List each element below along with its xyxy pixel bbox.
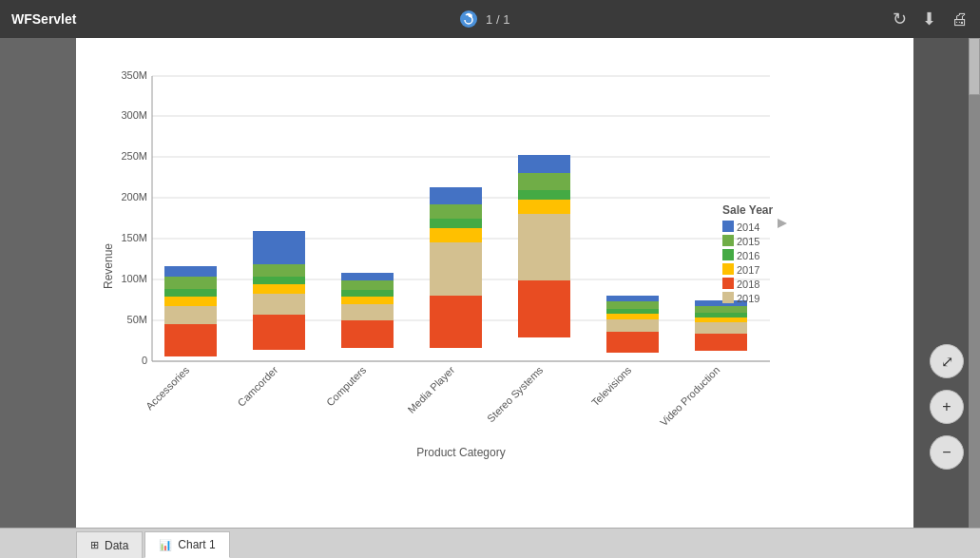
bar-computers-2016 bbox=[341, 290, 394, 297]
legend-title: Sale Year bbox=[722, 203, 773, 217]
bar-accessories-2018 bbox=[164, 324, 217, 356]
tabbar: ⊞ Data 📊 Chart 1 bbox=[0, 528, 980, 558]
topbar-center: 1 / 1 bbox=[459, 10, 509, 29]
legend-swatch-2017 bbox=[722, 263, 734, 275]
svg-text:350M: 350M bbox=[121, 69, 147, 81]
bar-accessories-2017 bbox=[164, 297, 217, 306]
svg-text:100M: 100M bbox=[121, 273, 147, 284]
tab-data[interactable]: ⊞ Data bbox=[76, 531, 143, 558]
legend-swatch-2018 bbox=[722, 278, 734, 289]
data-tab-label: Data bbox=[105, 539, 128, 552]
legend-label-2017: 2017 bbox=[737, 264, 759, 276]
bar-vidprod-2015 bbox=[695, 306, 747, 313]
svg-text:Computers: Computers bbox=[324, 364, 369, 409]
bar-stereo-2015 bbox=[518, 173, 570, 190]
svg-point-0 bbox=[460, 10, 477, 28]
bar-computers-2017 bbox=[341, 297, 394, 304]
data-tab-icon: ⊞ bbox=[90, 539, 99, 551]
bar-vidprod-2019 bbox=[695, 322, 747, 334]
bar-camcorder-2016 bbox=[253, 277, 305, 284]
legend-label-2016: 2016 bbox=[737, 250, 759, 261]
x-axis-label: Product Category bbox=[416, 446, 505, 459]
legend-label-2015: 2015 bbox=[737, 236, 759, 247]
svg-text:Video Production: Video Production bbox=[658, 364, 722, 429]
print-icon[interactable]: 🖨 bbox=[951, 10, 969, 29]
bar-mediaplayer-2016 bbox=[430, 219, 482, 228]
bar-computers-2019 bbox=[341, 304, 394, 320]
bar-accessories-2015 bbox=[164, 277, 217, 289]
legend-swatch-2016 bbox=[722, 249, 734, 260]
chart-container: Revenue 0 50M 100M 150M 200M bbox=[76, 38, 913, 528]
bar-mediaplayer-2015 bbox=[430, 204, 482, 219]
app-title: WFServlet bbox=[11, 11, 76, 27]
svg-text:0: 0 bbox=[142, 355, 147, 366]
svg-text:200M: 200M bbox=[121, 191, 147, 202]
svg-text:Stereo Systems: Stereo Systems bbox=[485, 364, 546, 425]
bar-computers-2015 bbox=[341, 280, 394, 290]
legend-swatch-2015 bbox=[722, 235, 734, 246]
bar-vidprod-2018 bbox=[695, 334, 747, 351]
chart-svg-wrapper: Revenue 0 50M 100M 150M 200M bbox=[95, 57, 894, 509]
bar-accessories-2016 bbox=[164, 289, 217, 297]
svg-text:250M: 250M bbox=[121, 150, 147, 162]
bar-stereo-2014 bbox=[518, 155, 570, 173]
bar-camcorder-2014 bbox=[253, 231, 305, 264]
main-area: Revenue 0 50M 100M 150M 200M bbox=[0, 38, 980, 528]
bar-accessories-2019 bbox=[164, 306, 217, 324]
scrollbar-thumb[interactable] bbox=[969, 38, 980, 95]
bar-chart: Revenue 0 50M 100M 150M 200M bbox=[95, 57, 874, 475]
reload-icon[interactable]: ↻ bbox=[893, 9, 907, 29]
bar-tv-2019 bbox=[606, 319, 659, 332]
bar-camcorder-2017 bbox=[253, 284, 305, 294]
legend-expand-icon bbox=[778, 219, 787, 228]
topbar: WFServlet 1 / 1 ↻ ⬇ 🖨 bbox=[0, 0, 980, 38]
svg-text:300M: 300M bbox=[121, 109, 147, 121]
page-indicator: 1 / 1 bbox=[486, 12, 509, 27]
bar-mediaplayer-2014 bbox=[430, 187, 482, 204]
download-icon[interactable]: ⬇ bbox=[922, 9, 936, 29]
bar-tv-2014 bbox=[606, 296, 659, 301]
topbar-icons: ↻ ⬇ 🖨 bbox=[893, 9, 969, 29]
bar-stereo-2017 bbox=[518, 200, 570, 214]
bar-mediaplayer-2019 bbox=[430, 242, 482, 296]
svg-text:150M: 150M bbox=[121, 232, 147, 243]
bar-mediaplayer-2017 bbox=[430, 228, 482, 242]
bar-tv-2017 bbox=[606, 314, 659, 319]
tab-chart1[interactable]: 📊 Chart 1 bbox=[144, 531, 229, 558]
bar-stereo-2019 bbox=[518, 214, 570, 280]
bar-tv-2015 bbox=[606, 301, 659, 309]
bar-camcorder-2018 bbox=[253, 315, 305, 350]
scrollbar-right[interactable] bbox=[969, 38, 980, 528]
legend-swatch-2019 bbox=[722, 292, 734, 303]
bar-vidprod-2017 bbox=[695, 317, 747, 322]
bar-accessories-2014 bbox=[164, 266, 217, 277]
svg-text:Camcorder: Camcorder bbox=[235, 364, 279, 409]
bar-camcorder-2015 bbox=[253, 264, 305, 277]
bar-mediaplayer-2018 bbox=[430, 296, 482, 348]
left-gutter bbox=[0, 38, 76, 528]
refresh-icon[interactable] bbox=[459, 10, 478, 29]
bar-camcorder-2019 bbox=[253, 294, 305, 315]
zoom-out-button[interactable]: − bbox=[930, 435, 964, 470]
bar-stereo-2018 bbox=[518, 280, 570, 337]
zoom-in-button[interactable]: + bbox=[930, 390, 964, 424]
bar-computers-2014 bbox=[341, 273, 394, 280]
legend-label-2014: 2014 bbox=[737, 221, 759, 233]
legend-swatch-2014 bbox=[722, 221, 734, 232]
bar-computers-2018 bbox=[341, 320, 394, 348]
svg-text:Accessories: Accessories bbox=[144, 364, 192, 413]
svg-text:Media Player: Media Player bbox=[406, 364, 457, 415]
svg-text:Televisions: Televisions bbox=[589, 364, 634, 409]
bar-tv-2018 bbox=[606, 332, 659, 353]
bar-stereo-2016 bbox=[518, 190, 570, 200]
chart-tab-icon: 📊 bbox=[159, 539, 172, 551]
bar-vidprod-2016 bbox=[695, 313, 747, 317]
zoom-fit-button[interactable]: ⤢ bbox=[930, 344, 964, 378]
chart1-tab-label: Chart 1 bbox=[178, 538, 215, 551]
legend-label-2019: 2019 bbox=[737, 293, 759, 304]
legend-label-2018: 2018 bbox=[737, 279, 759, 290]
y-axis-label: Revenue bbox=[102, 243, 115, 289]
svg-text:50M: 50M bbox=[127, 314, 147, 325]
bar-tv-2016 bbox=[606, 309, 659, 314]
